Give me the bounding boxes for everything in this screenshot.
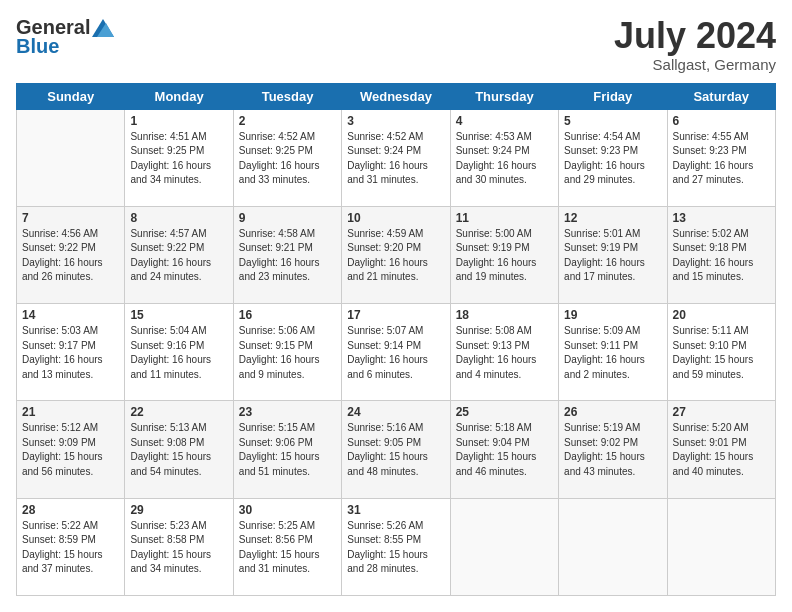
day-number: 7 <box>22 211 119 225</box>
calendar-cell: 27Sunrise: 5:20 AM Sunset: 9:01 PM Dayli… <box>667 401 775 498</box>
column-header-tuesday: Tuesday <box>233 83 341 109</box>
logo: General Blue <box>16 16 114 58</box>
day-number: 5 <box>564 114 661 128</box>
calendar-header-row: SundayMondayTuesdayWednesdayThursdayFrid… <box>17 83 776 109</box>
calendar-cell: 8Sunrise: 4:57 AM Sunset: 9:22 PM Daylig… <box>125 206 233 303</box>
day-info: Sunrise: 5:02 AM Sunset: 9:18 PM Dayligh… <box>673 227 770 285</box>
calendar-cell: 7Sunrise: 4:56 AM Sunset: 9:22 PM Daylig… <box>17 206 125 303</box>
month-title: July 2024 <box>614 16 776 56</box>
calendar-cell: 31Sunrise: 5:26 AM Sunset: 8:55 PM Dayli… <box>342 498 450 595</box>
day-info: Sunrise: 5:00 AM Sunset: 9:19 PM Dayligh… <box>456 227 553 285</box>
day-number: 26 <box>564 405 661 419</box>
calendar-cell: 28Sunrise: 5:22 AM Sunset: 8:59 PM Dayli… <box>17 498 125 595</box>
calendar-cell: 26Sunrise: 5:19 AM Sunset: 9:02 PM Dayli… <box>559 401 667 498</box>
day-info: Sunrise: 5:15 AM Sunset: 9:06 PM Dayligh… <box>239 421 336 479</box>
day-number: 25 <box>456 405 553 419</box>
calendar-cell: 17Sunrise: 5:07 AM Sunset: 9:14 PM Dayli… <box>342 304 450 401</box>
day-info: Sunrise: 4:57 AM Sunset: 9:22 PM Dayligh… <box>130 227 227 285</box>
day-info: Sunrise: 5:20 AM Sunset: 9:01 PM Dayligh… <box>673 421 770 479</box>
day-number: 28 <box>22 503 119 517</box>
calendar-cell: 24Sunrise: 5:16 AM Sunset: 9:05 PM Dayli… <box>342 401 450 498</box>
day-number: 11 <box>456 211 553 225</box>
calendar-cell: 21Sunrise: 5:12 AM Sunset: 9:09 PM Dayli… <box>17 401 125 498</box>
day-number: 24 <box>347 405 444 419</box>
calendar-cell: 4Sunrise: 4:53 AM Sunset: 9:24 PM Daylig… <box>450 109 558 206</box>
title-section: July 2024 Sallgast, Germany <box>614 16 776 73</box>
column-header-sunday: Sunday <box>17 83 125 109</box>
day-info: Sunrise: 5:06 AM Sunset: 9:15 PM Dayligh… <box>239 324 336 382</box>
day-number: 15 <box>130 308 227 322</box>
day-info: Sunrise: 4:51 AM Sunset: 9:25 PM Dayligh… <box>130 130 227 188</box>
day-info: Sunrise: 5:13 AM Sunset: 9:08 PM Dayligh… <box>130 421 227 479</box>
day-info: Sunrise: 5:09 AM Sunset: 9:11 PM Dayligh… <box>564 324 661 382</box>
day-number: 18 <box>456 308 553 322</box>
day-info: Sunrise: 4:53 AM Sunset: 9:24 PM Dayligh… <box>456 130 553 188</box>
day-info: Sunrise: 4:54 AM Sunset: 9:23 PM Dayligh… <box>564 130 661 188</box>
calendar-cell: 20Sunrise: 5:11 AM Sunset: 9:10 PM Dayli… <box>667 304 775 401</box>
calendar-cell: 14Sunrise: 5:03 AM Sunset: 9:17 PM Dayli… <box>17 304 125 401</box>
day-number: 27 <box>673 405 770 419</box>
day-info: Sunrise: 5:16 AM Sunset: 9:05 PM Dayligh… <box>347 421 444 479</box>
calendar-cell: 11Sunrise: 5:00 AM Sunset: 9:19 PM Dayli… <box>450 206 558 303</box>
week-row-1: 1Sunrise: 4:51 AM Sunset: 9:25 PM Daylig… <box>17 109 776 206</box>
column-header-monday: Monday <box>125 83 233 109</box>
day-number: 31 <box>347 503 444 517</box>
day-number: 6 <box>673 114 770 128</box>
calendar-cell: 9Sunrise: 4:58 AM Sunset: 9:21 PM Daylig… <box>233 206 341 303</box>
calendar-cell: 1Sunrise: 4:51 AM Sunset: 9:25 PM Daylig… <box>125 109 233 206</box>
calendar-cell: 15Sunrise: 5:04 AM Sunset: 9:16 PM Dayli… <box>125 304 233 401</box>
calendar-table: SundayMondayTuesdayWednesdayThursdayFrid… <box>16 83 776 596</box>
calendar-cell: 3Sunrise: 4:52 AM Sunset: 9:24 PM Daylig… <box>342 109 450 206</box>
day-number: 12 <box>564 211 661 225</box>
day-number: 30 <box>239 503 336 517</box>
day-number: 10 <box>347 211 444 225</box>
week-row-4: 21Sunrise: 5:12 AM Sunset: 9:09 PM Dayli… <box>17 401 776 498</box>
column-header-thursday: Thursday <box>450 83 558 109</box>
page: General Blue July 2024 Sallgast, Germany… <box>0 0 792 612</box>
day-info: Sunrise: 5:12 AM Sunset: 9:09 PM Dayligh… <box>22 421 119 479</box>
day-info: Sunrise: 5:23 AM Sunset: 8:58 PM Dayligh… <box>130 519 227 577</box>
calendar-cell: 5Sunrise: 4:54 AM Sunset: 9:23 PM Daylig… <box>559 109 667 206</box>
calendar-cell <box>450 498 558 595</box>
day-info: Sunrise: 5:07 AM Sunset: 9:14 PM Dayligh… <box>347 324 444 382</box>
day-info: Sunrise: 5:18 AM Sunset: 9:04 PM Dayligh… <box>456 421 553 479</box>
day-number: 9 <box>239 211 336 225</box>
calendar-cell: 19Sunrise: 5:09 AM Sunset: 9:11 PM Dayli… <box>559 304 667 401</box>
calendar-cell: 30Sunrise: 5:25 AM Sunset: 8:56 PM Dayli… <box>233 498 341 595</box>
day-info: Sunrise: 5:01 AM Sunset: 9:19 PM Dayligh… <box>564 227 661 285</box>
column-header-saturday: Saturday <box>667 83 775 109</box>
day-number: 13 <box>673 211 770 225</box>
day-number: 4 <box>456 114 553 128</box>
calendar-cell: 18Sunrise: 5:08 AM Sunset: 9:13 PM Dayli… <box>450 304 558 401</box>
day-info: Sunrise: 5:26 AM Sunset: 8:55 PM Dayligh… <box>347 519 444 577</box>
calendar-cell <box>667 498 775 595</box>
day-info: Sunrise: 5:19 AM Sunset: 9:02 PM Dayligh… <box>564 421 661 479</box>
week-row-2: 7Sunrise: 4:56 AM Sunset: 9:22 PM Daylig… <box>17 206 776 303</box>
day-number: 8 <box>130 211 227 225</box>
calendar-cell: 10Sunrise: 4:59 AM Sunset: 9:20 PM Dayli… <box>342 206 450 303</box>
day-info: Sunrise: 5:03 AM Sunset: 9:17 PM Dayligh… <box>22 324 119 382</box>
week-row-3: 14Sunrise: 5:03 AM Sunset: 9:17 PM Dayli… <box>17 304 776 401</box>
location: Sallgast, Germany <box>614 56 776 73</box>
day-info: Sunrise: 4:52 AM Sunset: 9:24 PM Dayligh… <box>347 130 444 188</box>
day-info: Sunrise: 4:52 AM Sunset: 9:25 PM Dayligh… <box>239 130 336 188</box>
day-number: 14 <box>22 308 119 322</box>
logo-icon <box>92 19 114 37</box>
day-number: 2 <box>239 114 336 128</box>
day-number: 29 <box>130 503 227 517</box>
day-number: 20 <box>673 308 770 322</box>
day-info: Sunrise: 4:59 AM Sunset: 9:20 PM Dayligh… <box>347 227 444 285</box>
calendar-cell: 13Sunrise: 5:02 AM Sunset: 9:18 PM Dayli… <box>667 206 775 303</box>
day-number: 3 <box>347 114 444 128</box>
day-info: Sunrise: 5:11 AM Sunset: 9:10 PM Dayligh… <box>673 324 770 382</box>
day-number: 16 <box>239 308 336 322</box>
logo-blue: Blue <box>16 35 59 58</box>
day-number: 19 <box>564 308 661 322</box>
calendar-cell: 23Sunrise: 5:15 AM Sunset: 9:06 PM Dayli… <box>233 401 341 498</box>
calendar-cell <box>17 109 125 206</box>
calendar-cell: 29Sunrise: 5:23 AM Sunset: 8:58 PM Dayli… <box>125 498 233 595</box>
week-row-5: 28Sunrise: 5:22 AM Sunset: 8:59 PM Dayli… <box>17 498 776 595</box>
day-info: Sunrise: 5:04 AM Sunset: 9:16 PM Dayligh… <box>130 324 227 382</box>
calendar-cell: 22Sunrise: 5:13 AM Sunset: 9:08 PM Dayli… <box>125 401 233 498</box>
day-number: 22 <box>130 405 227 419</box>
